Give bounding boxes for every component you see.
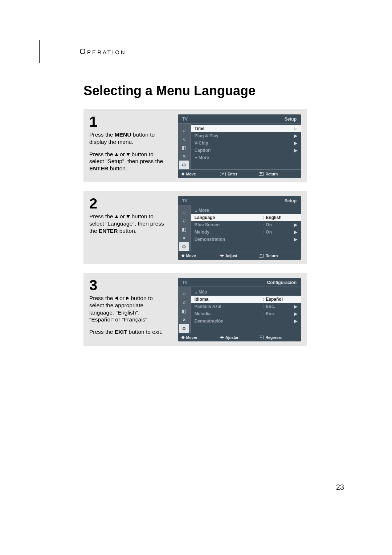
osd-tv-label: TV [182,117,188,122]
chevron-right-icon: ▶ [292,126,297,131]
enter-icon [220,172,226,176]
osd-tv-label: TV [182,198,188,203]
section-header-box: Operation [39,40,177,63]
osd-row-time: Time▶ [191,125,301,132]
osd-row-mas: Más [191,288,301,296]
osd-foot-regresar: Regresar [259,335,297,340]
step-3-number: 3 [89,278,165,292]
osd-title: Setup [285,198,297,203]
osd-footer: Move Adjust Return [178,251,301,260]
osd-row-more-up: More [191,207,301,214]
step-1-number: 1 [89,114,165,129]
chevron-right-icon: ▶ [292,148,297,153]
down-arrow-icon [126,215,130,218]
chevron-right-icon: ▶ [292,304,297,309]
up-arrow-icon [115,215,118,218]
osd-footer: Mover Ajustar Regresar [178,333,301,341]
down-arrow-icon [126,153,130,156]
osd-foot-move: Move [181,171,220,176]
step-1-para-1: Press the MENU button to display the men… [89,131,165,146]
osd-icon-picture: ☼ [179,126,189,134]
osd-title: Setup [285,117,297,122]
osd-row-idioma: Idioma : Español [191,296,301,303]
osd-foot-adjust: Adjust [220,253,258,258]
osd-row-demonstration: Demonstration ▶ [191,236,301,243]
up-arrow-icon [115,153,118,156]
move-icon [181,335,184,340]
manual-page: Operation Selecting a Menu Language 1 Pr… [44,40,348,355]
osd-screenshot-3: TV Configuración ☼ ♫ ◧ ✕ ⚙ Más Idioma [178,278,301,341]
osd-icon-strip: ☼ ♫ ◧ ✕ ⚙ [178,287,191,333]
osd-icon-strip: ☼ ♫ ◧ ✕ ⚙ [178,205,191,251]
osd-title: Configuración [267,280,297,285]
step-1-text: 1 Press the MENU button to display the m… [89,114,165,178]
osd-foot-ajustar: Ajustar [220,335,258,340]
chevron-right-icon: ▶ [292,141,297,146]
chevron-right-icon: ▶ [292,311,297,316]
osd-row-plugplay: Plug & Play▶ [191,132,301,139]
section-label: Operation [79,47,126,56]
step-2-text: 2 Press the or button to select "Languag… [89,196,165,260]
osd-foot-return: Return [259,171,297,176]
step-2-block: 2 Press the or button to select "Languag… [83,191,307,264]
osd-screenshot-1: TV Setup ☼ ♫ ◧ ✕ ⚙ Time▶ Plug & Play▶ [178,114,301,178]
osd-row-vchip: V-Chip▶ [191,139,301,147]
page-number: 23 [336,483,344,491]
return-icon [259,254,264,258]
osd-icon-setup: ⚙ [179,324,189,333]
step-2-para-1: Press the or button to select "Language"… [89,213,165,234]
osd-icon-picture: ☼ [179,207,189,216]
right-arrow-icon [126,296,129,300]
osd-icon-sound: ♫ [179,298,189,307]
osd-body: ☼ ♫ ◧ ✕ ⚙ More Language : English [178,205,301,251]
osd-header: TV Setup [178,196,301,205]
step-3-para-1: Press the or button to select the approp… [89,295,165,323]
osd-body: ☼ ♫ ◧ ✕ ⚙ Time▶ Plug & Play▶ V-Chip▶ [178,123,301,169]
osd-icon-channel: ◧ [179,143,189,152]
osd-row-caption: Caption▶ [191,147,301,154]
osd-foot-mover: Mover [181,335,220,340]
adjust-icon [220,336,224,339]
osd-icon-picture: ☼ [179,289,189,298]
osd-row-more: More [191,154,301,161]
osd-row-pantalla: Pantalla Azul : Enc. ▶ [191,303,301,310]
osd-row-bluescreen: Blue Screen : On ▶ [191,221,301,228]
step-1-block: 1 Press the MENU button to display the m… [83,109,307,182]
chevron-right-icon: ▶ [292,133,297,138]
osd-screenshot-2: TV Setup ☼ ♫ ◧ ✕ ⚙ More Language [178,196,301,260]
osd-icon-sound: ♫ [179,134,189,143]
osd-foot-enter: Enter [220,171,258,176]
osd-foot-return: Return [259,253,297,258]
osd-header: TV Configuración [178,278,301,287]
step-2-number: 2 [89,196,165,211]
chevron-right-icon: ▶ [292,319,297,324]
osd-row-melody: Melody : On ▶ [191,228,301,236]
osd-icon-mute: ✕ [179,315,189,324]
chevron-right-icon: ▶ [292,222,297,227]
step-1-para-2: Press the or button to select "Setup", t… [89,151,165,172]
return-icon [259,336,264,339]
osd-body: ☼ ♫ ◧ ✕ ⚙ Más Idioma : Español [178,287,301,333]
osd-icon-strip: ☼ ♫ ◧ ✕ ⚙ [178,123,191,169]
move-icon [181,171,184,176]
left-arrow-icon [115,296,118,300]
osd-icon-setup: ⚙ [179,161,189,169]
step-3-block: 3 Press the or button to select the appr… [83,273,307,346]
osd-tv-label: TV [182,280,188,285]
osd-menu-list: More Language : English Blue Screen : On… [191,205,301,251]
osd-icon-mute: ✕ [179,152,189,161]
return-icon [259,172,264,176]
osd-icon-mute: ✕ [179,234,189,242]
page-title: Selecting a Menu Language [83,83,348,98]
osd-icon-channel: ◧ [179,307,189,315]
osd-footer: Move Enter Return [178,169,301,178]
chevron-right-icon: ▶ [292,237,297,242]
osd-header: TV Setup [178,114,301,123]
chevron-right-icon: ▶ [292,230,297,235]
osd-menu-list: Más Idioma : Español Pantalla Azul : Enc… [191,287,301,333]
step-3-text: 3 Press the or button to select the appr… [89,278,165,341]
osd-row-demostracion: Demostración ▶ [191,317,301,325]
osd-icon-channel: ◧ [179,225,189,234]
osd-row-language: Language : English [191,214,301,221]
step-3-para-2: Press the EXIT button to exit. [89,328,165,336]
